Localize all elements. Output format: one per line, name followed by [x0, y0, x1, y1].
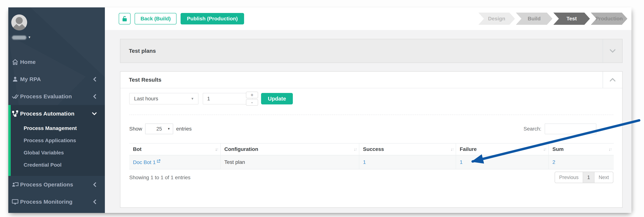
column-label: Configuration	[224, 146, 258, 152]
operations-icon	[12, 181, 19, 188]
sum-count[interactable]: 2	[552, 159, 556, 165]
increment-button[interactable]: +	[246, 92, 258, 98]
publish-production-button[interactable]: Publish (Production)	[180, 13, 244, 25]
time-range-select[interactable]: Last hours ▼	[129, 93, 198, 104]
column-header-bot[interactable]: Bot ↓↑	[129, 144, 221, 155]
pipeline-step-test-current[interactable]: Test	[553, 13, 590, 25]
sidebar-item-label: Home	[20, 59, 36, 65]
sidebar-item-process-monitoring[interactable]: Process Monitoring	[8, 193, 105, 210]
sitemap-icon	[12, 110, 19, 117]
caret-down-icon: ▼	[167, 127, 170, 131]
sidebar-subitem-label: Credential Pool	[24, 162, 62, 168]
pipeline-step-production[interactable]: Production	[591, 13, 628, 25]
username-redacted[interactable]	[12, 36, 26, 40]
configuration-value: Test plan	[224, 159, 245, 165]
bot-link[interactable]: Doc Bot 1	[133, 159, 160, 165]
lifecycle-pipeline: Design Build Test Production	[478, 13, 628, 25]
next-page-button[interactable]: Next	[594, 172, 613, 183]
failure-count[interactable]: 1	[460, 159, 463, 165]
pagination: Previous 1 Next	[555, 172, 613, 183]
sidebar-item-label: My RPA	[20, 76, 41, 82]
chevron-left-icon	[93, 199, 97, 204]
column-header-failure[interactable]: Failure ↓↑	[456, 144, 549, 155]
avatar[interactable]	[11, 15, 27, 30]
bot-name: Doc Bot 1	[133, 159, 156, 165]
chevron-down-icon	[610, 49, 616, 53]
sidebar-subitem-label: Global Variables	[24, 150, 64, 156]
test-results-title: Test Results	[129, 72, 161, 88]
back-build-button[interactable]: Back (Build)	[134, 13, 176, 25]
sidebar-group-process-automation: Process Automation Process Management Pr…	[8, 105, 105, 176]
double-check-icon	[12, 93, 19, 100]
length-prefix: Show	[129, 126, 142, 132]
external-link-icon	[157, 159, 160, 163]
column-label: Sum	[552, 146, 564, 152]
sort-icon: ↓↑	[608, 147, 612, 152]
sort-icon: ↓↑	[215, 147, 218, 152]
decrement-button[interactable]: -	[246, 99, 258, 106]
cell-success: 1	[359, 155, 456, 169]
chevron-up-icon	[610, 78, 616, 82]
top-toolbar: Back (Build) Publish (Production) Design…	[105, 8, 632, 30]
user-profile: ▼	[8, 8, 105, 53]
sort-icon: ↓↑	[354, 147, 357, 152]
results-table: Bot ↓↑ Configuration ↓↑ Success ↓↑	[129, 143, 614, 169]
pipeline-step-label: Design	[488, 16, 505, 22]
sidebar: ▼ Home My RPA	[8, 8, 105, 213]
separator	[129, 115, 613, 115]
user-menu-caret-icon[interactable]: ▼	[28, 36, 31, 39]
sidebar-item-label: Process Automation	[20, 111, 74, 117]
column-label: Bot	[133, 146, 142, 152]
page-length-value: 25	[156, 126, 162, 132]
previous-page-button[interactable]: Previous	[555, 172, 583, 183]
sort-icon: ↓↑	[450, 147, 454, 152]
sidebar-item-process-automation[interactable]: Process Automation	[11, 105, 105, 122]
sidebar-item-label: Process Operations	[20, 181, 73, 188]
content-area: Test plans Test Results Las	[105, 30, 632, 213]
success-count[interactable]: 1	[363, 159, 366, 165]
chevron-left-icon	[93, 94, 97, 99]
app-window: ▼ Home My RPA	[8, 8, 632, 213]
pipeline-step-label: Test	[566, 16, 577, 22]
hours-input[interactable]	[203, 93, 252, 104]
chevron-left-icon	[93, 77, 97, 82]
cell-sum: 2	[549, 155, 614, 169]
pipeline-step-design[interactable]: Design	[478, 13, 515, 25]
sidebar-subitem-credential-pool[interactable]: Credential Pool	[11, 159, 105, 171]
sidebar-item-home[interactable]: Home	[8, 53, 105, 71]
unlock-button[interactable]	[119, 13, 130, 25]
test-results-panel: Test Results Last hours ▼ + -	[120, 71, 622, 208]
page-length-select[interactable]: 25 ▼	[145, 124, 173, 134]
test-results-header: Test Results	[120, 72, 622, 88]
chevron-left-icon	[93, 182, 97, 187]
column-header-sum[interactable]: Sum ↓↑	[549, 144, 614, 155]
sidebar-item-my-rpa[interactable]: My RPA	[8, 71, 105, 88]
test-results-collapse-toggle[interactable]	[603, 72, 622, 88]
back-build-label: Back (Build)	[140, 16, 170, 22]
test-plans-collapse-toggle[interactable]	[603, 39, 622, 63]
sidebar-subitem-process-management[interactable]: Process Management	[11, 122, 105, 134]
search-input[interactable]	[545, 124, 596, 134]
sidebar-subitem-global-variables[interactable]: Global Variables	[11, 147, 105, 159]
cell-bot: Doc Bot 1	[129, 155, 221, 169]
sidebar-item-label: Process Evaluation	[20, 93, 72, 100]
sidebar-item-process-evaluation[interactable]: Process Evaluation	[8, 88, 105, 105]
time-range-value: Last hours	[134, 96, 158, 102]
column-header-configuration[interactable]: Configuration ↓↑	[221, 144, 359, 155]
column-label: Failure	[460, 146, 477, 152]
cell-failure: 1	[456, 155, 549, 169]
caret-down-icon: ▼	[191, 97, 194, 101]
column-header-success[interactable]: Success ↓↑	[359, 144, 456, 155]
sidebar-subitem-label: Process Applications	[24, 138, 76, 144]
sidebar-nav: Home My RPA Process Evaluation	[8, 53, 105, 210]
user-icon	[12, 76, 19, 83]
update-button[interactable]: Update	[261, 93, 293, 104]
chevron-down-icon	[92, 112, 97, 116]
sidebar-subitem-process-applications[interactable]: Process Applications	[11, 134, 105, 147]
sidebar-item-process-operations[interactable]: Process Operations	[8, 176, 105, 193]
pipeline-step-label: Production	[596, 16, 623, 22]
test-plans-panel: Test plans	[120, 39, 622, 63]
stage-actions: Back (Build) Publish (Production)	[119, 13, 244, 25]
current-page-button[interactable]: 1	[583, 172, 594, 183]
pipeline-step-build[interactable]: Build	[516, 13, 552, 25]
